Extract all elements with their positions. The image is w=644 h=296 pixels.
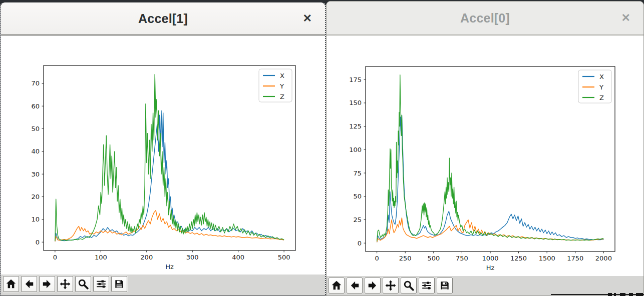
x-tick-label: 2000 <box>595 254 612 262</box>
figure-canvas[interactable]: 0100200300400500010203040506070HzXYZ <box>1 36 325 274</box>
titlebar[interactable]: Accel[1] ✕ <box>1 2 325 36</box>
x-tick-label: 1750 <box>567 254 583 262</box>
legend-label: Y <box>279 82 284 90</box>
window-title: Accel[1] <box>138 12 188 26</box>
close-icon: ✕ <box>303 12 312 24</box>
legend-label: X <box>599 73 604 80</box>
axes-frame <box>44 66 295 250</box>
x-tick-label: 100 <box>95 254 107 261</box>
zoom-icon <box>403 280 414 291</box>
zoom-icon <box>78 278 89 290</box>
pan-button[interactable] <box>383 278 399 294</box>
y-tick-label: 0 <box>358 240 362 247</box>
legend-label: Z <box>599 94 604 102</box>
forward-button[interactable] <box>365 278 381 294</box>
x-tick-label: 300 <box>186 254 199 261</box>
x-tick-label: 0 <box>53 254 57 261</box>
home-button[interactable] <box>329 278 345 294</box>
plot-area[interactable]: 0100200300400500010203040506070HzXYZ <box>1 36 325 274</box>
home-button[interactable] <box>3 276 19 292</box>
y-tick-label: 70 <box>31 80 40 87</box>
window-accel-0[interactable]: Accel[0] ✕ 02505007501000125015001750200… <box>326 1 644 296</box>
save-button[interactable] <box>111 276 127 292</box>
y-tick-label: 125 <box>349 122 362 130</box>
sliders-icon <box>96 278 107 290</box>
save-icon <box>114 278 125 290</box>
back-arrow-icon <box>24 278 35 290</box>
home-icon <box>6 278 17 290</box>
forward-arrow-icon <box>367 280 378 291</box>
sliders-icon <box>421 280 432 291</box>
x-tick-label: 500 <box>278 254 290 261</box>
home-icon <box>331 280 342 291</box>
pan-icon <box>60 278 71 290</box>
series-line-X <box>55 110 284 242</box>
series-line-X <box>377 115 604 242</box>
back-arrow-icon <box>349 280 360 291</box>
series-line-Z <box>55 74 284 241</box>
y-tick-label: 60 <box>31 102 40 110</box>
x-tick-label: 750 <box>456 254 468 262</box>
chart-svg: 0100200300400500010203040506070HzXYZ <box>1 36 325 274</box>
zoom-button[interactable] <box>75 276 91 292</box>
x-tick-label: 200 <box>140 254 153 261</box>
legend-label: Y <box>599 84 603 91</box>
series-line-Z <box>377 75 604 242</box>
y-tick-label: 75 <box>353 170 362 177</box>
y-tick-label: 40 <box>31 148 40 155</box>
zoom-button[interactable] <box>401 278 417 294</box>
forward-button[interactable] <box>39 276 55 292</box>
configure-subplots-button[interactable] <box>419 278 435 294</box>
figure-canvas[interactable]: 0250500750100012501500175020000255075100… <box>327 36 643 276</box>
y-tick-label: 30 <box>31 170 40 178</box>
y-tick-label: 50 <box>353 192 362 200</box>
y-tick-label: 0 <box>36 238 40 246</box>
x-tick-label: 1000 <box>482 254 498 262</box>
navigation-toolbar <box>1 274 325 296</box>
y-tick-label: 20 <box>31 193 40 200</box>
window-title: Accel[0] <box>460 11 510 26</box>
forward-arrow-icon <box>42 278 53 290</box>
y-tick-label: 100 <box>349 146 362 154</box>
save-icon <box>439 280 450 291</box>
chart-svg: 0250500750100012501500175020000255075100… <box>327 36 643 276</box>
back-button[interactable] <box>21 276 37 292</box>
y-tick-label: 10 <box>31 216 40 223</box>
titlebar[interactable]: Accel[0] ✕ <box>327 2 643 36</box>
close-button[interactable]: ✕ <box>619 10 632 26</box>
series-line-Y <box>377 218 604 242</box>
pan-icon <box>385 280 396 291</box>
close-button[interactable]: ✕ <box>301 11 314 26</box>
desktop: { "windows": [ { "title": "Accel[1]", "s… <box>0 0 644 296</box>
configure-subplots-button[interactable] <box>93 276 109 292</box>
x-tick-label: 500 <box>427 254 440 262</box>
y-tick-label: 25 <box>353 216 362 224</box>
x-tick-label: 0 <box>375 254 379 262</box>
legend-label: Z <box>280 93 284 100</box>
close-icon: ✕ <box>621 12 630 24</box>
y-tick-label: 50 <box>31 125 40 132</box>
x-tick-label: 1250 <box>510 254 527 262</box>
x-tick-label: 250 <box>399 254 412 262</box>
x-axis-label: Hz <box>486 264 495 272</box>
pan-button[interactable] <box>57 276 73 292</box>
occluded-window-fragment <box>551 293 644 296</box>
window-accel-1[interactable]: Accel[1] ✕ 01002003004005000102030405060… <box>0 2 326 296</box>
x-tick-label: 1500 <box>539 254 555 262</box>
back-button[interactable] <box>347 278 363 294</box>
legend-label: X <box>280 72 284 80</box>
x-axis-label: Hz <box>165 263 174 270</box>
y-tick-label: 175 <box>349 76 362 84</box>
y-tick-label: 150 <box>349 99 362 106</box>
plot-area[interactable]: 0250500750100012501500175020000255075100… <box>327 36 643 276</box>
x-tick-label: 400 <box>232 254 244 261</box>
save-button[interactable] <box>437 278 453 294</box>
